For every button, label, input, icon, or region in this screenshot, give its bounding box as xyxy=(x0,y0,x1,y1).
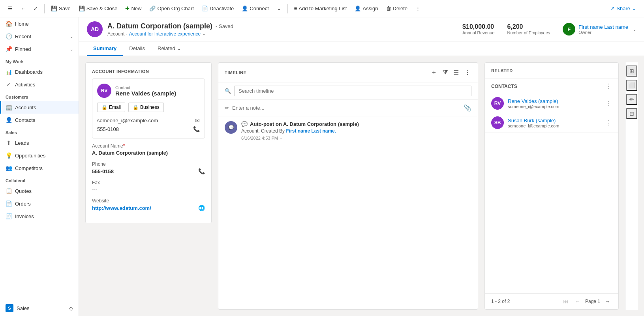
entry-content: 💬 Auto-post on A. Datum Corporation (sam… xyxy=(241,121,471,140)
share-icon: ↗ xyxy=(610,6,615,11)
contact1-name[interactable]: Rene Valdes (sample) xyxy=(508,98,602,104)
annual-revenue-label: Annual Revenue xyxy=(462,30,494,35)
annual-revenue-value: $10,000.00 xyxy=(462,23,494,30)
three-col-layout: ACCOUNT INFORMATION RV Contact Rene Vald… xyxy=(79,56,644,316)
next-page-button[interactable]: → xyxy=(603,297,612,305)
more-dropdown-button[interactable]: ⌄ xyxy=(274,4,284,13)
delete-button[interactable]: 🗑 Delete xyxy=(383,4,411,13)
hamburger-button[interactable]: ☰ xyxy=(5,4,16,13)
owner-chevron-icon[interactable]: ⌄ xyxy=(633,27,636,32)
account-name-field: Account Name* A. Datum Corporation (samp… xyxy=(92,143,205,156)
contact-card: RV Contact Rene Valdes (sample) 🔒 Email xyxy=(92,79,205,138)
new-button[interactable]: ✚ New xyxy=(122,4,145,13)
timeline-search-input[interactable] xyxy=(234,86,471,96)
website-label: Website xyxy=(92,198,205,204)
timeline-note-input[interactable] xyxy=(232,103,460,113)
contact-avatar: RV xyxy=(97,84,111,98)
website-value[interactable]: http://www.adatum.com/ xyxy=(92,205,151,211)
icon-bar-copy-button[interactable]: ⬜ xyxy=(626,80,637,91)
marketing-list-button[interactable]: ≡ Add to Marketing List xyxy=(291,4,350,13)
tab-summary[interactable]: Summary xyxy=(87,41,123,56)
sidebar-item-home[interactable]: 🏠 Home xyxy=(0,17,79,30)
contact2-more-button[interactable]: ⋮ xyxy=(606,119,612,127)
contact-email-row: someone_i@example.com ✉ xyxy=(97,116,200,125)
annual-revenue-stat: $10,000.00 Annual Revenue xyxy=(462,23,494,35)
entry-link[interactable]: First name Last name. xyxy=(286,128,336,134)
fax-label: Fax xyxy=(92,180,205,185)
tabs-bar: Summary Details Related ⌄ xyxy=(79,41,644,56)
sidebar-item-accounts[interactable]: 🏢 Accounts xyxy=(0,101,79,114)
recent-chevron-icon: ⌄ xyxy=(70,34,73,39)
save-close-button[interactable]: 💾 Save & Close xyxy=(75,4,121,13)
account-info-title: ACCOUNT INFORMATION xyxy=(92,69,205,74)
phone-label: Phone xyxy=(92,161,205,167)
icon-bar-edit-button[interactable]: ✏ xyxy=(626,94,637,105)
sidebar-item-activities[interactable]: ✓ Activities xyxy=(0,78,79,91)
contacts-more-button[interactable]: ⋮ xyxy=(606,82,612,90)
timeline-note-row: ✏ 📎 xyxy=(218,100,478,116)
timeline-filter-button[interactable]: ⧩ xyxy=(442,68,449,77)
contact1-more-button[interactable]: ⋮ xyxy=(606,100,612,107)
email-field-icon[interactable]: ✉ xyxy=(195,117,200,123)
share-button[interactable]: ↗ Share ⌄ xyxy=(607,4,639,13)
timeline-list-button[interactable]: ☰ xyxy=(452,68,460,77)
first-page-button[interactable]: ⏮ xyxy=(561,297,570,305)
tab-related[interactable]: Related ⌄ xyxy=(151,41,188,56)
icon-bar-table-button[interactable]: ⊟ xyxy=(626,108,637,119)
contact-list-item-2: SB Susan Burk (sample) someone_l@example… xyxy=(485,113,618,133)
employees-label: Number of Employees xyxy=(507,30,550,35)
connect-button[interactable]: 👤 Connect xyxy=(238,4,272,13)
my-work-section-label: My Work xyxy=(0,55,79,65)
right-icon-bar: ⊞ ⬜ ✏ ⊟ xyxy=(625,62,638,310)
sidebar-item-pinned[interactable]: 📌 Pinned ⌄ xyxy=(0,43,79,55)
more-actions-button[interactable]: ⋮ xyxy=(412,4,424,13)
new-icon: ✚ xyxy=(125,6,130,11)
search-icon: 🔍 xyxy=(225,88,231,94)
lock-icon: 🔒 xyxy=(101,105,107,110)
sidebar-item-competitors[interactable]: 👥 Competitors xyxy=(0,162,79,174)
save-button[interactable]: 💾 Save xyxy=(48,4,74,13)
sidebar-item-recent[interactable]: 🕐 Recent ⌄ xyxy=(0,30,79,43)
record-title-info: A. Datum Corporation (sample) - Saved Ac… xyxy=(107,22,458,37)
org-chart-button[interactable]: 🔗 Open Org Chart xyxy=(146,4,197,13)
record-subtitle: Account · Account for Interactive experi… xyxy=(107,31,458,37)
sidebar-item-quotes[interactable]: 📋 Quotes xyxy=(0,185,79,197)
attachment-icon[interactable]: 📎 xyxy=(464,104,471,112)
owner-label: Owner xyxy=(578,30,628,35)
sidebar-item-dashboards[interactable]: 📊 Dashboards xyxy=(0,65,79,78)
icon-bar-grid-button[interactable]: ⊞ xyxy=(626,65,637,77)
timeline-add-button[interactable]: ＋ xyxy=(430,67,438,77)
website-field: Website http://www.adatum.com/ 🌐 xyxy=(92,198,205,211)
globe-icon[interactable]: 🌐 xyxy=(198,205,205,211)
contacts-icon: 👤 xyxy=(6,117,12,123)
sidebar: 🏠 Home 🕐 Recent ⌄ 📌 Pinned ⌄ My Work 📊 D… xyxy=(0,17,79,316)
back-button[interactable]: ← xyxy=(17,4,29,13)
tab-details[interactable]: Details xyxy=(123,41,151,56)
sidebar-item-contacts[interactable]: 👤 Contacts xyxy=(0,114,79,126)
record-title-row: AD A. Datum Corporation (sample) - Saved… xyxy=(87,21,636,37)
sidebar-item-opportunities[interactable]: 💡 Opportunities xyxy=(0,149,79,162)
sidebar-item-invoices[interactable]: 🧾 Invoices xyxy=(0,210,79,223)
email-button[interactable]: 🔒 Email xyxy=(97,103,125,112)
phone-icon[interactable]: 📞 xyxy=(193,126,200,132)
sidebar-item-leads[interactable]: ⬆ Leads xyxy=(0,136,79,149)
content-area: AD A. Datum Corporation (sample) - Saved… xyxy=(79,17,644,316)
timeline-more-button[interactable]: ⋮ xyxy=(464,68,471,77)
entry-expand-icon[interactable]: ⌄ xyxy=(280,135,283,140)
record-header: AD A. Datum Corporation (sample) - Saved… xyxy=(79,17,644,41)
phone-field-icon[interactable]: 📞 xyxy=(198,168,205,174)
record-avatar: AD xyxy=(87,21,103,37)
contact2-name[interactable]: Susan Burk (sample) xyxy=(508,118,602,123)
assign-button[interactable]: 👤 Assign xyxy=(351,4,381,13)
account-name-value[interactable]: A. Datum Corporation (sample) xyxy=(92,150,205,156)
deactivate-button[interactable]: 📄 Deactivate xyxy=(199,4,237,13)
activities-icon: ✓ xyxy=(6,81,12,88)
sidebar-app-item[interactable]: S Sales ◇ xyxy=(0,300,79,316)
prev-page-button[interactable]: ← xyxy=(573,297,582,305)
contact-phone-row: 555-0108 📞 xyxy=(97,125,200,133)
subtitle-chevron-icon: ⌄ xyxy=(202,32,205,36)
sidebar-item-orders[interactable]: 📄 Orders xyxy=(0,197,79,210)
owner-name[interactable]: First name Last name xyxy=(578,24,628,30)
expand-button[interactable]: ⤢ xyxy=(30,4,41,13)
business-button[interactable]: 🔒 Business xyxy=(128,103,164,112)
